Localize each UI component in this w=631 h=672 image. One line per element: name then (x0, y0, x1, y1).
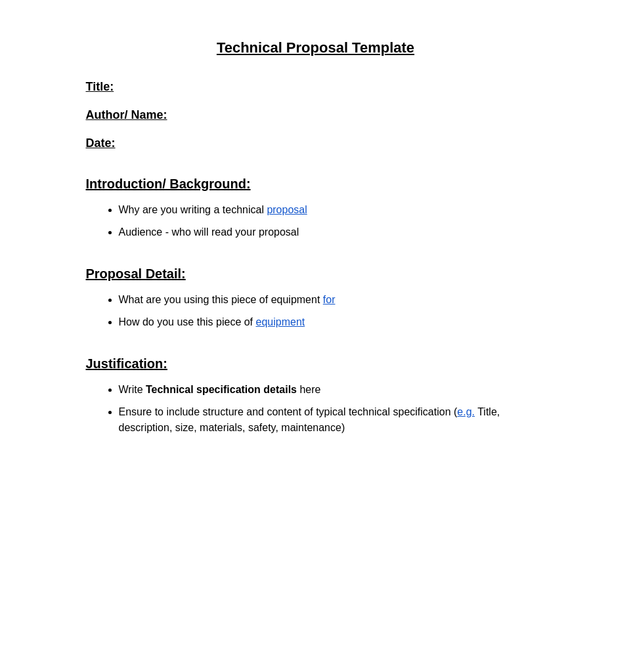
field-date: Date: (86, 136, 546, 150)
field-author: Author/ Name: (86, 108, 546, 122)
intro-bullet-list: Why are you writing a technical proposal… (86, 202, 546, 240)
bullet-text: What are you using this piece of equipme… (119, 294, 323, 305)
bullet-text: Audience - who will read your proposal (119, 226, 299, 238)
bullet-text: Why are you writing a technical (119, 204, 267, 215)
list-item: Write Technical specification details he… (119, 382, 546, 398)
field-title: Title: (86, 80, 546, 94)
section-proposal-detail-title: Proposal Detail: (86, 266, 546, 282)
proposal-link[interactable]: proposal (267, 204, 307, 215)
section-intro: Introduction/ Background: Why are you wr… (86, 177, 546, 240)
list-item: Ensure to include structure and content … (119, 404, 546, 436)
title-label: Title: (86, 80, 546, 94)
list-item: What are you using this piece of equipme… (119, 292, 546, 308)
bold-spec-text: Technical specification details (146, 384, 297, 395)
section-justification: Justification: Write Technical specifica… (86, 356, 546, 436)
author-label: Author/ Name: (86, 108, 546, 122)
bullet-text-suffix: here (297, 384, 320, 395)
equipment-link[interactable]: equipment (256, 316, 305, 327)
section-proposal-detail: Proposal Detail: What are you using this… (86, 266, 546, 330)
bullet-text: Write (119, 384, 146, 395)
list-item: Why are you writing a technical proposal (119, 202, 546, 218)
section-intro-title: Introduction/ Background: (86, 177, 546, 192)
for-link[interactable]: for (323, 294, 336, 305)
justification-bullet-list: Write Technical specification details he… (86, 382, 546, 436)
eg-link[interactable]: e.g. (457, 406, 475, 417)
document-page: Technical Proposal Template Title: Autho… (33, 0, 598, 482)
bullet-text: How do you use this piece of (119, 316, 256, 327)
proposal-detail-bullet-list: What are you using this piece of equipme… (86, 292, 546, 330)
document-title: Technical Proposal Template (86, 39, 546, 56)
section-justification-title: Justification: (86, 356, 546, 371)
list-item: How do you use this piece of equipment (119, 314, 546, 330)
date-label: Date: (86, 136, 546, 150)
list-item: Audience - who will read your proposal (119, 224, 546, 240)
bullet-text: Ensure to include structure and content … (119, 406, 458, 417)
